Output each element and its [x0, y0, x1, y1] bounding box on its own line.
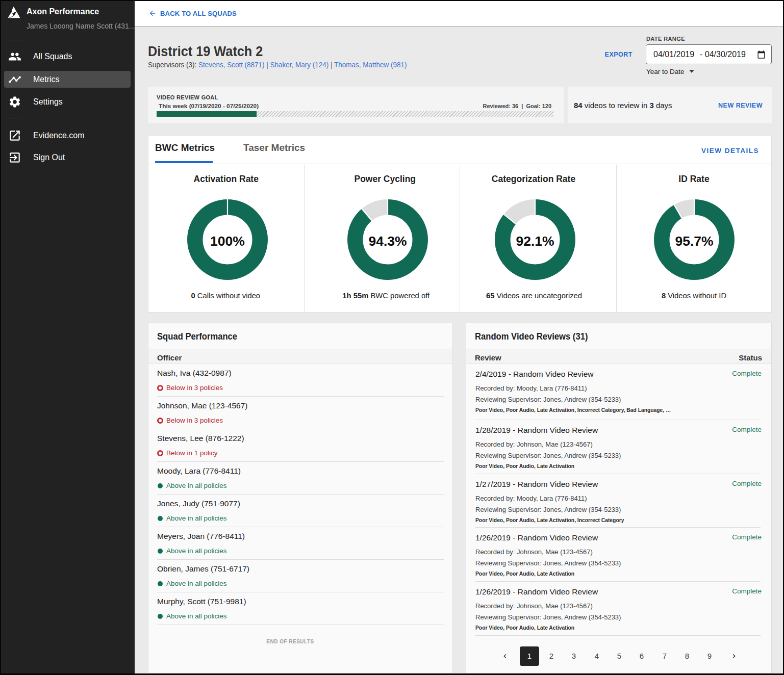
svg-text:100%: 100% — [210, 233, 245, 249]
svg-text:94.3%: 94.3% — [368, 233, 407, 249]
svg-text:95.7%: 95.7% — [675, 233, 713, 249]
svg-text:92.1%: 92.1% — [516, 233, 554, 249]
